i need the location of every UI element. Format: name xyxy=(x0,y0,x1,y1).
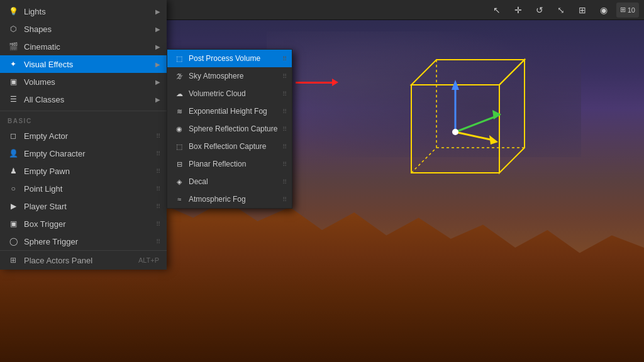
cinematic-label: Cinematic xyxy=(24,42,155,52)
rotate-tool-button[interactable]: ↺ xyxy=(531,1,548,19)
menu-item-sphere-trigger[interactable]: ◯ Sphere Trigger ⠿ xyxy=(0,233,167,250)
globe-tool-button[interactable]: ◉ xyxy=(595,1,613,19)
place-actors-menu: 💡 Lights ▶ ⬡ Shapes ▶ 🎬 Cinematic ▶ ✦ Vi… xyxy=(0,0,167,270)
exponential-height-fog-drag: ⠿ xyxy=(282,108,287,115)
submenu-item-planar-reflection[interactable]: ⊟ Planar Reflection ⠿ xyxy=(167,155,292,173)
empty-pawn-label: Empty Pawn xyxy=(24,167,153,176)
toolbar-right: ↖ ✛ ↺ ⤡ ⊞ ◉ ⊞ 10 xyxy=(488,1,639,19)
menu-item-empty-character[interactable]: 👤 Empty Character ⠿ xyxy=(0,145,167,162)
sky-atmosphere-drag: ⠿ xyxy=(282,73,287,80)
volumetric-cloud-icon: ☁ xyxy=(174,88,185,99)
empty-actor-icon: ◻ xyxy=(8,130,19,141)
point-light-drag: ⠿ xyxy=(156,185,160,192)
decal-label: Decal xyxy=(189,177,282,186)
empty-pawn-icon: ♟ xyxy=(8,165,19,177)
grid-icon: ⊞ xyxy=(620,6,626,14)
place-actors-panel-item[interactable]: ⊞ Place Actors Panel ALT+P xyxy=(0,250,167,270)
volumes-arrow: ▶ xyxy=(155,79,160,85)
box-trigger-label: Box Trigger xyxy=(24,219,153,229)
player-start-icon: ▶ xyxy=(8,200,19,212)
submenu-item-post-process-volume[interactable]: ⬚ Post Process Volume ⠿ xyxy=(167,50,292,67)
visual-effects-submenu: ⬚ Post Process Volume ⠿ 🌫 Sky Atmosphere… xyxy=(167,49,292,209)
submenu-item-decal[interactable]: ◈ Decal ⠿ xyxy=(167,173,292,190)
empty-actor-drag: ⠿ xyxy=(156,133,160,140)
svg-point-12 xyxy=(452,129,458,135)
player-start-label: Player Start xyxy=(24,202,153,211)
svg-marker-1 xyxy=(411,60,525,85)
box-reflection-capture-label: Box Reflection Capture xyxy=(189,142,282,151)
planar-reflection-label: Planar Reflection xyxy=(189,160,282,168)
empty-character-label: Empty Character xyxy=(24,149,153,158)
menu-item-all-classes[interactable]: ☰ All Classes ▶ xyxy=(0,90,167,108)
svg-marker-2 xyxy=(499,60,525,173)
post-process-volume-icon: ⬚ xyxy=(174,53,185,64)
exponential-height-fog-label: Exponential Height Fog xyxy=(189,107,282,116)
cinematic-icon: 🎬 xyxy=(8,41,19,52)
grid-snap-button[interactable]: ⊞ 10 xyxy=(616,3,639,18)
svg-line-8 xyxy=(455,116,496,132)
place-actors-label: Place Actors Panel xyxy=(24,256,92,265)
menu-item-cinematic[interactable]: 🎬 Cinematic ▶ xyxy=(0,38,167,55)
sphere-reflection-capture-label: Sphere Reflection Capture xyxy=(189,124,282,133)
sphere-reflection-capture-drag: ⠿ xyxy=(282,126,287,133)
basic-section-header: BASIC xyxy=(0,114,167,127)
submenu-item-exponential-height-fog[interactable]: ≋ Exponential Height Fog ⠿ xyxy=(167,102,292,120)
menu-item-volumes[interactable]: ▣ Volumes ▶ xyxy=(0,73,167,90)
scale-tool-button[interactable]: ⤡ xyxy=(552,1,570,19)
sky-atmosphere-label: Sky Atmosphere xyxy=(189,72,282,80)
sphere-trigger-icon: ◯ xyxy=(8,236,19,247)
sphere-trigger-label: Sphere Trigger xyxy=(24,237,153,246)
box-trigger-icon: ▣ xyxy=(8,218,19,229)
post-process-volume-drag: ⠿ xyxy=(282,55,287,62)
menu-item-empty-pawn[interactable]: ♟ Empty Pawn ⠿ xyxy=(0,162,167,180)
cursor-tool-button[interactable]: ↖ xyxy=(488,1,506,19)
all-classes-label: All Classes xyxy=(24,95,155,104)
volumetric-cloud-drag: ⠿ xyxy=(282,90,287,97)
empty-character-icon: 👤 xyxy=(8,148,19,159)
menu-item-empty-actor[interactable]: ◻ Empty Actor ⠿ xyxy=(0,127,167,145)
player-start-drag: ⠿ xyxy=(156,203,160,210)
menu-item-box-trigger[interactable]: ▣ Box Trigger ⠿ xyxy=(0,215,167,233)
exponential-height-fog-icon: ≋ xyxy=(174,106,185,117)
submenu-item-atmospheric-fog[interactable]: ≈ Atmospheric Fog ⠿ xyxy=(167,190,292,208)
box-reflection-capture-drag: ⠿ xyxy=(282,143,287,150)
all-classes-icon: ☰ xyxy=(8,94,19,105)
volumes-icon: ▣ xyxy=(8,76,19,87)
transform-tool-button[interactable]: ⊞ xyxy=(574,1,591,19)
shapes-arrow: ▶ xyxy=(155,26,160,33)
add-tool-button[interactable]: ✛ xyxy=(509,1,527,19)
lights-icon: 💡 xyxy=(8,6,19,17)
svg-marker-11 xyxy=(489,135,498,145)
point-light-label: Point Light xyxy=(24,184,153,194)
viewport-arrow xyxy=(296,82,333,84)
menu-item-point-light[interactable]: ○ Point Light ⠿ xyxy=(0,180,167,197)
place-actors-shortcut: ALT+P xyxy=(138,256,159,264)
planar-reflection-icon: ⊟ xyxy=(174,158,185,170)
lights-label: Lights xyxy=(24,7,155,16)
visual-effects-icon: ✦ xyxy=(8,58,19,70)
submenu-item-sky-atmosphere[interactable]: 🌫 Sky Atmosphere ⠿ xyxy=(167,67,292,85)
submenu-item-volumetric-cloud[interactable]: ☁ Volumetric Cloud ⠿ xyxy=(167,85,292,102)
lights-arrow: ▶ xyxy=(155,8,160,15)
viewport-gizmo xyxy=(374,35,537,198)
menu-item-visual-effects[interactable]: ✦ Visual Effects ▶ xyxy=(0,55,167,73)
decal-icon: ◈ xyxy=(174,176,185,187)
menu-item-player-start[interactable]: ▶ Player Start ⠿ xyxy=(0,197,167,215)
all-classes-arrow: ▶ xyxy=(155,96,160,103)
volumetric-cloud-label: Volumetric Cloud xyxy=(189,89,282,98)
empty-character-drag: ⠿ xyxy=(156,150,160,157)
menu-item-shapes[interactable]: ⬡ Shapes ▶ xyxy=(0,20,167,38)
submenu-item-sphere-reflection-capture[interactable]: ◉ Sphere Reflection Capture ⠿ xyxy=(167,120,292,138)
svg-line-3 xyxy=(411,148,436,173)
place-actors-icon: ⊞ xyxy=(8,255,19,266)
grid-value: 10 xyxy=(628,6,635,14)
atmospheric-fog-drag: ⠿ xyxy=(282,196,287,203)
atmospheric-fog-icon: ≈ xyxy=(174,194,185,205)
post-process-volume-label: Post Process Volume xyxy=(189,54,282,63)
sphere-reflection-capture-icon: ◉ xyxy=(174,123,185,134)
volumes-label: Volumes xyxy=(24,77,155,87)
decal-drag: ⠿ xyxy=(282,178,287,185)
menu-item-lights[interactable]: 💡 Lights ▶ xyxy=(0,3,167,20)
submenu-item-box-reflection-capture[interactable]: ⬚ Box Reflection Capture ⠿ xyxy=(167,138,292,155)
point-light-icon: ○ xyxy=(8,183,19,194)
